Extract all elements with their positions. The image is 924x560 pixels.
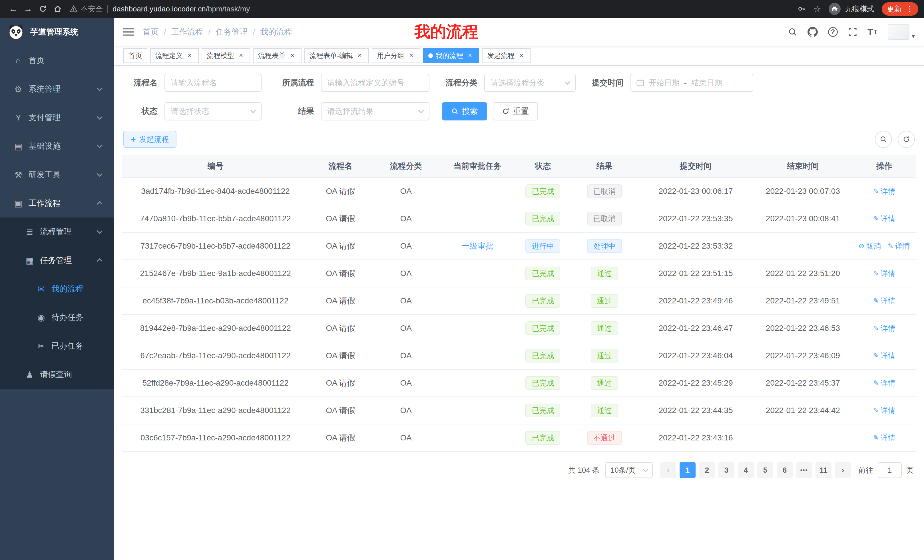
category-select[interactable]: 请选择流程分类 xyxy=(484,73,576,92)
page-button-2[interactable]: 2 xyxy=(699,462,715,478)
help-icon[interactable]: ? xyxy=(828,27,838,37)
process-name: OA 请假 xyxy=(309,260,372,287)
sidebar-item-leave-query[interactable]: ♟请假查询 xyxy=(0,360,114,389)
security-warning[interactable]: 不安全 xyxy=(70,4,103,14)
end-time xyxy=(753,232,853,260)
back-icon[interactable]: ← xyxy=(6,4,21,14)
next-page-button[interactable]: › xyxy=(835,462,851,478)
current-task-link[interactable]: 一级审批 xyxy=(461,241,494,250)
breadcrumb-item[interactable]: 首页 xyxy=(143,27,159,37)
sidebar-item-infrastructure[interactable]: ▤基础设施 xyxy=(0,132,114,160)
page-button-6[interactable]: 6 xyxy=(777,462,793,478)
action-详情-button[interactable]: ✎详情 xyxy=(873,269,896,279)
reset-button[interactable]: 重置 xyxy=(493,102,538,120)
close-icon[interactable]: × xyxy=(466,52,474,60)
status-cell: 已完成 xyxy=(515,397,571,424)
fullscreen-icon[interactable] xyxy=(848,27,857,36)
user-avatar[interactable]: ▾ xyxy=(888,24,915,40)
column-header: 结束时间 xyxy=(753,155,853,178)
browser-update-button[interactable]: 更新 ⋮ xyxy=(882,2,918,16)
sidebar-item-system[interactable]: ⚙系统管理 xyxy=(0,75,114,103)
result-tag: 已取消 xyxy=(587,184,622,198)
close-icon[interactable]: × xyxy=(186,52,194,60)
bookmark-star-icon[interactable]: ☆ xyxy=(813,4,821,14)
browser-menu-icon[interactable]: ⋮ xyxy=(906,4,913,13)
hamburger-icon[interactable] xyxy=(123,28,134,36)
tab-流程模型[interactable]: 流程模型× xyxy=(202,48,250,63)
process-definition-input[interactable] xyxy=(321,73,429,92)
pager-ellipsis[interactable]: ••• xyxy=(796,462,812,478)
status-select[interactable]: 请选择状态 xyxy=(165,102,261,120)
github-icon[interactable] xyxy=(807,27,818,37)
refresh-table-button[interactable] xyxy=(898,131,915,148)
action-详情-button[interactable]: ✎详情 xyxy=(888,241,910,251)
tab-流程表单-编辑[interactable]: 流程表单-编辑× xyxy=(304,48,369,63)
close-icon[interactable]: × xyxy=(518,52,525,60)
font-size-icon[interactable]: TT xyxy=(867,27,878,37)
detail-icon: ✎ xyxy=(873,215,879,223)
tab-用户分组[interactable]: 用户分组× xyxy=(372,48,420,63)
tab-流程表单[interactable]: 流程表单× xyxy=(253,48,302,63)
page-button-4[interactable]: 4 xyxy=(738,462,754,478)
password-key-icon[interactable] xyxy=(798,4,806,13)
status-cell: 已完成 xyxy=(515,314,571,342)
current-task-cell: 一级审批 xyxy=(440,232,515,260)
process-name-input[interactable] xyxy=(165,73,261,92)
date-range-picker[interactable]: 开始日期 - 结束日期 xyxy=(630,73,753,92)
chevron-down-icon xyxy=(643,466,648,472)
action-详情-button[interactable]: ✎详情 xyxy=(873,378,896,388)
page-button-3[interactable]: 3 xyxy=(718,462,734,478)
app-logo[interactable]: 芋道管理系统 xyxy=(0,18,114,46)
breadcrumb-item[interactable]: 工作流程 xyxy=(171,27,203,37)
action-详情-button[interactable]: ✎详情 xyxy=(873,406,896,416)
prev-page-button[interactable]: ‹ xyxy=(660,462,676,478)
action-详情-button[interactable]: ✎详情 xyxy=(873,214,896,224)
forward-icon[interactable]: → xyxy=(21,4,35,14)
page-button-1[interactable]: 1 xyxy=(680,462,696,478)
sidebar-item-todo-task[interactable]: ◉待办任务 xyxy=(0,303,114,332)
action-详情-button[interactable]: ✎详情 xyxy=(873,186,896,196)
close-icon[interactable]: × xyxy=(288,52,296,60)
action-详情-button[interactable]: ✎详情 xyxy=(873,296,896,306)
process-category: OA xyxy=(372,287,440,314)
page-size-select[interactable]: 10条/页 xyxy=(605,462,653,478)
tab-发起流程[interactable]: 发起流程× xyxy=(482,48,531,63)
column-header: 提交时间 xyxy=(638,155,753,178)
briefcase-icon: ▣ xyxy=(11,198,25,208)
sidebar-item-process-mgmt[interactable]: ≣流程管理 xyxy=(0,217,114,246)
sidebar-item-payment[interactable]: ¥支付管理 xyxy=(0,103,114,132)
select-placeholder: 请选择流结果 xyxy=(327,106,374,117)
action-详情-button[interactable]: ✎详情 xyxy=(873,323,896,333)
close-icon[interactable]: × xyxy=(356,52,364,60)
process-category: OA xyxy=(372,424,440,452)
sidebar-item-done-task[interactable]: ✂已办任务 xyxy=(0,332,114,360)
close-icon[interactable]: × xyxy=(237,52,245,60)
sidebar-item-home[interactable]: ⌂首页 xyxy=(0,46,114,75)
page-url[interactable]: dashboard.yudao.iocoder.cn/bpm/task/my xyxy=(112,4,250,13)
breadcrumb-item[interactable]: 任务管理 xyxy=(216,27,248,37)
search-button[interactable]: 搜索 xyxy=(442,102,487,120)
close-icon[interactable]: × xyxy=(407,52,415,60)
search-icon[interactable] xyxy=(788,27,797,36)
sidebar-item-my-process[interactable]: ✉我的流程 xyxy=(0,275,114,303)
sidebar-item-task-mgmt[interactable]: ▦任务管理 xyxy=(0,246,114,275)
action-详情-button[interactable]: ✎详情 xyxy=(873,351,896,361)
action-label: 详情 xyxy=(880,269,896,279)
create-process-button[interactable]: + 发起流程 xyxy=(123,131,177,148)
page-button-5[interactable]: 5 xyxy=(757,462,773,478)
action-详情-button[interactable]: ✎详情 xyxy=(873,433,896,443)
tab-流程定义[interactable]: 流程定义× xyxy=(150,48,199,63)
page-button-11[interactable]: 11 xyxy=(816,462,831,478)
result-select[interactable]: 请选择流结果 xyxy=(321,102,429,120)
toggle-search-button[interactable] xyxy=(875,131,892,148)
browser-home-icon[interactable] xyxy=(50,4,65,13)
tab-首页[interactable]: 首页 xyxy=(123,48,147,63)
goto-page-input[interactable] xyxy=(878,462,902,478)
sidebar-item-workflow[interactable]: ▣工作流程 xyxy=(0,189,114,217)
tab-我的流程[interactable]: 我的流程× xyxy=(423,48,479,63)
sidebar-item-devtools[interactable]: ⚒研发工具 xyxy=(0,160,114,189)
address-bar[interactable]: 不安全 dashboard.yudao.iocoder.cn/bpm/task/… xyxy=(70,4,798,14)
action-取消-button[interactable]: ⊘取消 xyxy=(859,241,881,251)
table-row: 331bc281-7b9a-11ec-a290-acde48001122OA 请… xyxy=(122,397,916,424)
reload-icon[interactable] xyxy=(35,5,50,13)
